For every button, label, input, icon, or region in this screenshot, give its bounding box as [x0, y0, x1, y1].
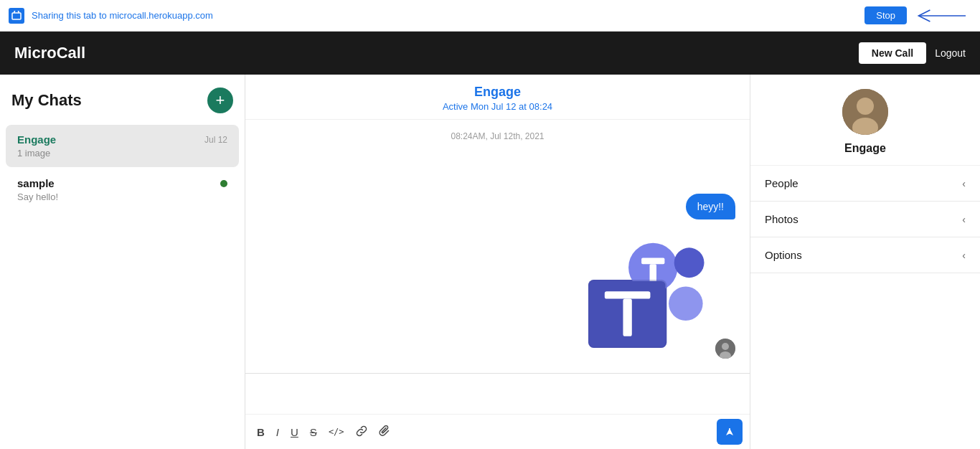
photos-chevron-icon: ‹	[962, 214, 966, 225]
sender-avatar	[715, 339, 735, 359]
sharing-bar: Sharing this tab to microcall.herokuapp.…	[0, 0, 980, 32]
people-label: People	[765, 177, 798, 189]
svg-point-7	[674, 247, 705, 278]
chat-header: Engage Active Mon Jul 12 at 08:24	[245, 75, 750, 120]
composer-toolbar: B I U S </>	[245, 414, 750, 449]
chat-header-name: Engage	[260, 85, 735, 100]
svg-rect-0	[12, 13, 21, 19]
italic-button[interactable]: I	[272, 424, 283, 440]
arrow-indicator	[914, 5, 971, 27]
chat-messages: 08:24AM, Jul 12th, 2021 heyy!!	[245, 120, 750, 373]
svg-point-14	[722, 343, 729, 350]
contact-avatar	[842, 89, 888, 135]
message-bubble: heyy!!	[686, 194, 735, 219]
sharing-text: Sharing this tab to microcall.herokuapp.…	[32, 10, 857, 21]
right-panel: Engage People ‹ Photos ‹ Options ‹	[750, 75, 980, 449]
people-section: People ‹	[750, 166, 980, 202]
options-chevron-icon: ‹	[962, 250, 966, 261]
my-chats-label: My Chats	[11, 91, 82, 110]
send-button[interactable]	[717, 419, 743, 445]
link-button[interactable]	[352, 422, 372, 441]
add-chat-button[interactable]: +	[207, 88, 233, 113]
chat-area: Engage Active Mon Jul 12 at 08:24 08:24A…	[245, 75, 750, 449]
strikethrough-button[interactable]: S	[306, 424, 321, 440]
chat-item-engage[interactable]: Engage Jul 12 1 image	[6, 125, 239, 167]
code-button[interactable]: </>	[324, 425, 349, 439]
chat-name-engage: Engage	[17, 133, 56, 146]
header-actions: New Call Logout	[859, 42, 966, 64]
online-indicator	[220, 180, 227, 187]
svg-point-17	[857, 98, 874, 115]
svg-rect-5	[641, 258, 664, 265]
message-row: heyy!!	[260, 194, 735, 219]
options-section-header[interactable]: Options ‹	[750, 237, 980, 273]
message-date: 08:24AM, Jul 12th, 2021	[260, 131, 735, 141]
bold-button[interactable]: B	[253, 424, 269, 440]
svg-rect-11	[623, 299, 631, 336]
sidebar-header: My Chats +	[0, 75, 245, 123]
app-header: MicroCall New Call Logout	[0, 32, 980, 75]
chat-item-sample[interactable]: sample Say hello!	[6, 169, 239, 211]
main-layout: My Chats + Engage Jul 12 1 image sample …	[0, 75, 980, 449]
sidebar: My Chats + Engage Jul 12 1 image sample …	[0, 75, 245, 449]
chat-preview-sample: Say hello!	[17, 192, 227, 202]
message-input[interactable]	[245, 374, 750, 411]
underline-button[interactable]: U	[286, 424, 303, 440]
people-chevron-icon: ‹	[962, 178, 966, 189]
photos-label: Photos	[765, 213, 798, 225]
chat-header-status: Active Mon Jul 12 at 08:24	[260, 101, 735, 112]
options-label: Options	[765, 249, 802, 261]
right-panel-avatar: Engage	[750, 75, 980, 166]
teams-image-area	[260, 225, 735, 361]
people-section-header[interactable]: People ‹	[750, 166, 980, 201]
app-title: MicroCall	[14, 44, 85, 62]
photos-section-header[interactable]: Photos ‹	[750, 202, 980, 237]
new-call-button[interactable]: New Call	[859, 42, 926, 64]
chat-name-sample: sample	[17, 177, 55, 189]
share-icon	[9, 8, 24, 24]
logout-button[interactable]: Logout	[935, 47, 966, 59]
attach-button[interactable]	[374, 422, 395, 441]
teams-logo	[575, 225, 711, 361]
svg-rect-10	[605, 291, 651, 298]
photos-section: Photos ‹	[750, 202, 980, 237]
stop-button[interactable]: Stop	[864, 6, 907, 24]
svg-point-12	[669, 287, 703, 321]
chat-preview-engage: 1 image	[17, 148, 227, 159]
chat-date-engage: Jul 12	[204, 135, 227, 145]
options-section: Options ‹	[750, 237, 980, 273]
chat-composer: B I U S </>	[245, 373, 750, 449]
contact-name: Engage	[844, 142, 886, 155]
